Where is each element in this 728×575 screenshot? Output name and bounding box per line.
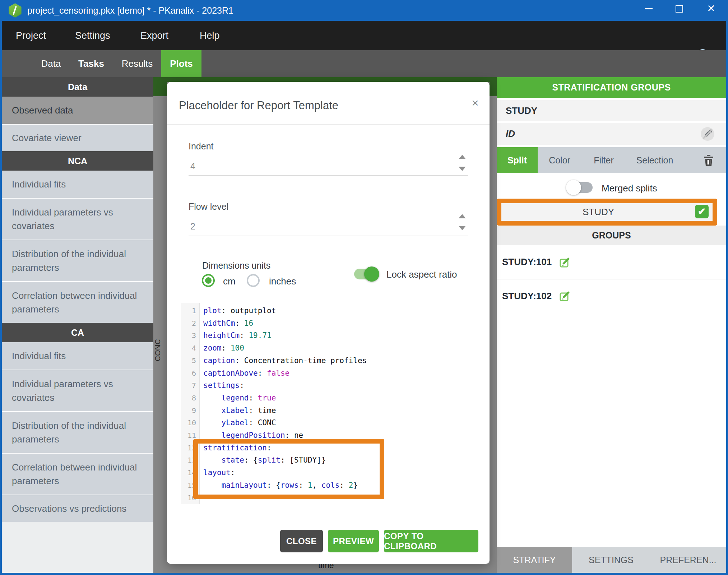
code-line-16 (203, 492, 367, 504)
tab-split[interactable]: Split (497, 147, 538, 173)
id-row-label: ID (506, 128, 515, 139)
group-row-study-102[interactable]: STUDY:102 (497, 279, 726, 312)
sidebar-item-individual-fits[interactable]: Individual fits (2, 342, 153, 370)
indent-spin-down-icon[interactable] (459, 167, 466, 171)
split-study-checkbox[interactable]: ✔ (695, 205, 709, 218)
flow-level-label: Flow level (189, 201, 228, 212)
group-label: STUDY:102 (502, 291, 552, 302)
menu-help[interactable]: Help (200, 21, 220, 50)
sidebar-item-individual-fits[interactable]: Individual fits (2, 171, 153, 198)
template-code-editor[interactable]: 12345678910111213141516 plot: outputplot… (181, 303, 481, 504)
window-border-bottom (0, 573, 728, 575)
close-window-button[interactable]: ✕ (703, 0, 719, 17)
settings-tab[interactable]: SETTINGS (572, 547, 650, 573)
tab-plots[interactable]: Plots (161, 50, 201, 77)
minimize-button[interactable] (641, 0, 657, 17)
sidebar-item-distribution-of-the-individual-parameters[interactable]: Distribution of the individualparameters (2, 240, 153, 281)
maximize-button[interactable] (671, 0, 687, 17)
sidebar-item-covariate-viewer[interactable]: Covariate viewer (2, 124, 153, 151)
flow-level-spin-up-icon[interactable] (459, 214, 466, 218)
code-line-4: zoom: 100 (203, 342, 367, 354)
code-line-6: captionAbove: false (203, 367, 367, 380)
tab-selection[interactable]: Selection (632, 147, 677, 173)
menu-settings[interactable]: Settings (75, 21, 110, 50)
sidebar-item-distribution-of-the-individual-parameters[interactable]: Distribution of the individualparameters (2, 411, 153, 453)
titlebar: project_censoring.pkx [demo] * - PKanali… (0, 0, 728, 21)
editor-code[interactable]: plot: outputplotwidthCm: 16heightCm: 19.… (200, 303, 367, 504)
window-title: project_censoring.pkx [demo] * - PKanali… (27, 0, 233, 21)
sidebar-item-individual-parameters-vs-covariates[interactable]: Individual parameters vscovariates (2, 370, 153, 411)
sidebar-item-observations-vs-predictions[interactable]: Observations vs predictions (2, 495, 153, 522)
indent-label: Indent (189, 141, 214, 152)
trash-icon[interactable] (704, 154, 714, 166)
id-row[interactable]: ID (497, 123, 726, 145)
split-row-study-label: STUDY (501, 203, 695, 221)
stratification-groups-header: STRATIFICATION GROUPS (497, 77, 726, 98)
tab-results[interactable]: Results (121, 50, 154, 77)
merged-splits-toggle-knob[interactable] (566, 180, 581, 195)
preview-button[interactable]: PREVIEW (328, 530, 379, 552)
code-line-15: mainLayout: {rows: 1, cols: 2} (203, 479, 367, 492)
pin-disabled-icon[interactable] (700, 127, 715, 141)
indent-input[interactable]: 4 (190, 161, 195, 171)
menu-project[interactable]: Project (16, 21, 46, 50)
minimize-icon (645, 8, 653, 9)
dimmed-backdrop-right (490, 77, 497, 573)
sidebar-item-correlation-between-individual-parameters[interactable]: Correlation between individualparameters (2, 453, 153, 495)
radio-cm-label[interactable]: cm (223, 276, 236, 287)
main-tabbar: Data Tasks Results Plots (0, 50, 728, 77)
indent-spin-up-icon[interactable] (459, 155, 466, 159)
tab-color[interactable]: Color (543, 147, 576, 173)
edit-pencil-icon[interactable] (560, 257, 570, 268)
sidebar-section-header-ca: CA (2, 323, 153, 342)
sidebar-item-correlation-between-individual-parameters[interactable]: Correlation between individualparameters (2, 281, 153, 323)
pkanalix-logo-icon (8, 3, 22, 18)
flow-level-input[interactable]: 2 (190, 221, 195, 232)
report-template-dialog: × Placeholder for Report Template Indent… (167, 82, 490, 564)
flow-level-spin-down-icon[interactable] (459, 226, 466, 230)
stratification-panel: STRATIFICATION GROUPS STUDY ID Split Col… (497, 77, 726, 573)
radio-inches-label[interactable]: inches (269, 276, 296, 287)
tab-data[interactable]: Data (40, 50, 62, 77)
covariate-row-label: STUDY (506, 105, 537, 116)
menu-export[interactable]: Export (140, 21, 168, 50)
covariate-row-study[interactable]: STUDY (497, 100, 726, 121)
sidebar-item-individual-parameters-vs-covariates[interactable]: Individual parameters vscovariates (2, 198, 153, 240)
tab-filter[interactable]: Filter (588, 147, 619, 173)
plots-sidebar: DataObserved dataCovariate viewerNCAIndi… (2, 77, 153, 573)
merged-splits-label: Merged splits (602, 183, 657, 194)
code-line-12: stratification: (203, 442, 367, 454)
sidebar-section-header-nca: NCA (2, 151, 153, 171)
radio-inches[interactable] (247, 274, 260, 287)
code-line-10: yLabel: CONC (203, 417, 367, 429)
sidebar-section-header-data: Data (2, 77, 153, 97)
groups-header: GROUPS (497, 226, 726, 245)
lock-aspect-toggle-knob[interactable] (364, 266, 379, 282)
group-row-study-101[interactable]: STUDY:101 (497, 245, 726, 279)
radio-cm[interactable] (202, 274, 215, 287)
tab-tasks[interactable]: Tasks (77, 50, 106, 77)
editor-line-numbers: 12345678910111213141516 (181, 303, 200, 504)
edit-pencil-icon[interactable] (560, 291, 570, 301)
pkanalix-window: project_censoring.pkx [demo] * - PKanali… (0, 0, 728, 575)
lock-aspect-label: Lock aspect ratio (386, 269, 457, 280)
flow-level-input-underline (189, 236, 468, 236)
code-line-2: widthCm: 16 (203, 317, 367, 330)
close-icon: ✕ (707, 4, 715, 14)
sidebar-item-observed-data[interactable]: Observed data (2, 97, 153, 124)
code-line-5: caption: Concentration-time profiles (203, 354, 367, 367)
code-line-3: heightCm: 19.71 (203, 329, 367, 342)
code-line-8: legend: true (203, 392, 367, 404)
close-button[interactable]: CLOSE (280, 530, 323, 552)
stratify-tab[interactable]: STRATIFY (497, 547, 572, 573)
dialog-title: Placeholder for Report Template (179, 99, 338, 112)
window-border-left (0, 21, 2, 575)
preferences-tab[interactable]: PREFEREN... (650, 547, 726, 573)
dialog-close-button[interactable]: × (467, 95, 483, 111)
copy-to-clipboard-button[interactable]: COPY TO CLIPBOARD (384, 530, 478, 552)
code-line-11: legendPosition: ne (203, 429, 367, 442)
indent-input-underline (189, 175, 468, 176)
code-line-9: xLabel: time (203, 404, 367, 417)
code-line-1: plot: outputplot (203, 305, 367, 317)
plot-y-axis-label: CONC (153, 334, 167, 366)
